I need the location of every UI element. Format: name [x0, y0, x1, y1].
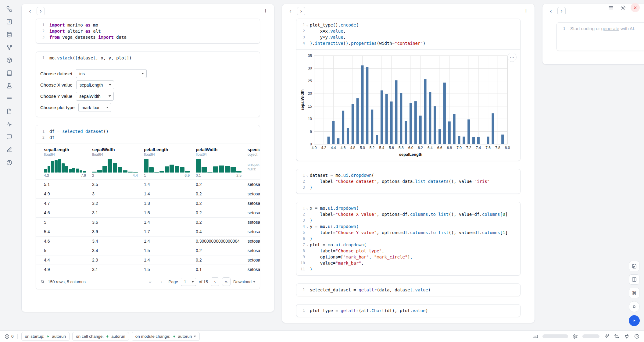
ai-sparkles-icon[interactable]: [604, 333, 610, 339]
column-scroll-left-button[interactable]: ‹: [547, 7, 555, 15]
help-icon[interactable]: [5, 158, 14, 167]
next-page-button[interactable]: ›: [211, 277, 219, 286]
variables-icon[interactable]: [5, 43, 14, 52]
download-button[interactable]: Download: [233, 280, 256, 284]
scratch-code-input[interactable]: Start coding or generate with AI.: [570, 26, 644, 32]
tracing-icon[interactable]: [5, 119, 14, 129]
notebook-column-3: ‹ › 1 Start coding or generate with AI.: [542, 4, 644, 65]
altair-bar-chart[interactable]: 4.04.24.44.64.85.05.25.45.65.86.06.26.46…: [300, 53, 517, 158]
column-histogram[interactable]: [44, 159, 86, 173]
x-value-select[interactable]: sepalLength: [76, 80, 114, 89]
table-row[interactable]: 4.42.91.40.2setosa: [36, 255, 260, 265]
workflow-icon[interactable]: [5, 4, 14, 13]
plug-icon[interactable]: [624, 333, 630, 339]
column-header[interactable]: speciesobject: [243, 144, 260, 157]
generate-ai-link[interactable]: generate: [601, 26, 619, 31]
dataset-label: Choose dataset: [40, 71, 72, 76]
chart-options-icon[interactable]: ⋯: [507, 53, 517, 62]
file-icon[interactable]: [5, 107, 14, 116]
column-scroll-right-button[interactable]: ›: [557, 7, 566, 15]
first-page-button[interactable]: «: [146, 277, 154, 286]
fold-icon[interactable]: ⌄: [305, 22, 310, 28]
table-row[interactable]: 53.61.40.2setosa: [36, 218, 260, 227]
svg-text:4.0: 4.0: [312, 146, 317, 150]
code-editor[interactable]: 1selected_dataset = getattr(data, datase…: [296, 284, 520, 296]
column-scroll-left-button[interactable]: ‹: [286, 7, 295, 15]
plot-output: 4.04.24.44.64.85.05.25.45.65.86.06.26.46…: [296, 49, 520, 161]
column-header[interactable]: sepalLengthfloat64: [36, 144, 88, 157]
table-row[interactable]: 4.931.40.2setosa: [36, 189, 260, 199]
column-scroll-left-button[interactable]: ‹: [26, 7, 34, 15]
code-editor[interactable]: 1⌄x = mo.ui.dropdown(2 label="Choose X v…: [296, 202, 520, 275]
plot-type-label: Choose plot type: [40, 105, 75, 110]
menu-icon[interactable]: [606, 3, 615, 12]
clock-icon[interactable]: [634, 333, 640, 339]
memory-usage-meter[interactable]: [582, 334, 599, 338]
code-editor[interactable]: 1⌄plot_type().encode(2 x=x.value,3 y=y.v…: [296, 19, 520, 49]
fold-icon[interactable]: ⌄: [305, 242, 310, 248]
settings-gear-icon[interactable]: [618, 3, 628, 12]
on-module-change-config-button[interactable]: on module change: autorun: [132, 332, 200, 341]
table-row[interactable]: 4.93.11.50.1setosa: [36, 265, 260, 274]
dataset-select[interactable]: iris: [76, 69, 147, 78]
add-cell-button[interactable]: +: [261, 7, 270, 15]
memory-chip-icon[interactable]: [572, 333, 578, 339]
svg-text:8.0: 8.0: [505, 146, 510, 150]
code-editor[interactable]: 1⌄dataset = mo.ui.dropdown(2 label="Choo…: [296, 169, 520, 194]
prev-page-button[interactable]: ‹: [157, 277, 166, 286]
layout-columns-icon[interactable]: [629, 274, 639, 285]
code-editor[interactable]: 1mo.vstack([dataset, x, y, plot]): [36, 52, 260, 64]
chat-icon[interactable]: [5, 132, 14, 141]
code-editor[interactable]: 1df = selected_dataset()2df: [36, 125, 260, 144]
activity-bar: f: [0, 0, 18, 330]
fold-icon[interactable]: ⌄: [305, 223, 310, 230]
keyboard-shortcuts-icon[interactable]: [532, 333, 538, 339]
svg-text:6.6: 6.6: [437, 146, 442, 150]
column-header[interactable]: petalWidthfloat64: [191, 144, 243, 157]
interrupt-icon[interactable]: [629, 301, 640, 312]
column-histogram[interactable]: [196, 159, 242, 173]
fold-icon[interactable]: ⌄: [305, 172, 310, 178]
plot-type-select[interactable]: mark_bar: [78, 103, 111, 112]
column-header[interactable]: sepalWidthfloat64: [88, 144, 140, 157]
column-scroll-right-button[interactable]: ›: [37, 7, 45, 15]
code-editor[interactable]: 1plot_type = getattr(alt.Chart(df), plot…: [296, 305, 520, 317]
table-row[interactable]: 5.43.91.70.4setosa: [36, 227, 260, 237]
page-select[interactable]: 1: [181, 278, 196, 286]
cell-dataset-dropdown: 1⌄dataset = mo.ui.dropdown(2 label="Choo…: [296, 169, 521, 194]
column-histogram[interactable]: [92, 159, 138, 173]
packages-icon[interactable]: [5, 55, 14, 65]
table-row[interactable]: 4.73.21.30.2setosa: [36, 199, 260, 208]
table-row[interactable]: 53.41.50.2setosa: [36, 246, 260, 255]
errors-badge[interactable]: 0: [4, 334, 14, 339]
shutdown-icon[interactable]: [631, 3, 640, 12]
cpu-usage-meter[interactable]: [542, 334, 568, 338]
column-scroll-right-button[interactable]: ›: [297, 7, 305, 15]
dataframe-table: sepalLengthfloat64sepalWidthfloat64petal…: [36, 144, 260, 274]
last-page-button[interactable]: »: [222, 277, 231, 286]
search-icon[interactable]: [40, 279, 45, 284]
outline-icon[interactable]: [5, 94, 14, 103]
code-editor[interactable]: 1import marimo as mo2import altair as al…: [36, 19, 260, 43]
add-cell-button[interactable]: +: [522, 7, 530, 15]
save-icon[interactable]: [629, 261, 639, 271]
table-row[interactable]: 4.63.11.50.2setosa: [36, 208, 260, 218]
on-startup-config-button[interactable]: on startup: autorun: [21, 332, 70, 341]
table-row[interactable]: 5.13.51.40.2setosa: [36, 180, 260, 189]
y-value-select[interactable]: sepalWidth: [76, 92, 114, 101]
scratchpad-icon[interactable]: [5, 81, 14, 90]
table-row[interactable]: 4.63.41.40.30000000000000004setosa: [36, 237, 260, 246]
datasources-icon[interactable]: [5, 30, 14, 39]
command-palette-icon[interactable]: ⌘: [629, 288, 639, 298]
sync-arrows-icon[interactable]: [614, 333, 620, 339]
functions-icon[interactable]: f: [5, 17, 14, 26]
svg-text:7.6: 7.6: [485, 146, 491, 150]
documentation-icon[interactable]: [5, 68, 14, 77]
run-all-icon[interactable]: [629, 315, 640, 326]
svg-text:30: 30: [308, 66, 312, 70]
column-histogram[interactable]: [144, 159, 190, 173]
on-cell-change-config-button[interactable]: on cell change: autorun: [72, 332, 129, 341]
column-header[interactable]: petalLengthfloat64: [140, 144, 191, 157]
snippets-icon[interactable]: [5, 145, 14, 154]
fold-icon[interactable]: ⌄: [305, 205, 310, 211]
